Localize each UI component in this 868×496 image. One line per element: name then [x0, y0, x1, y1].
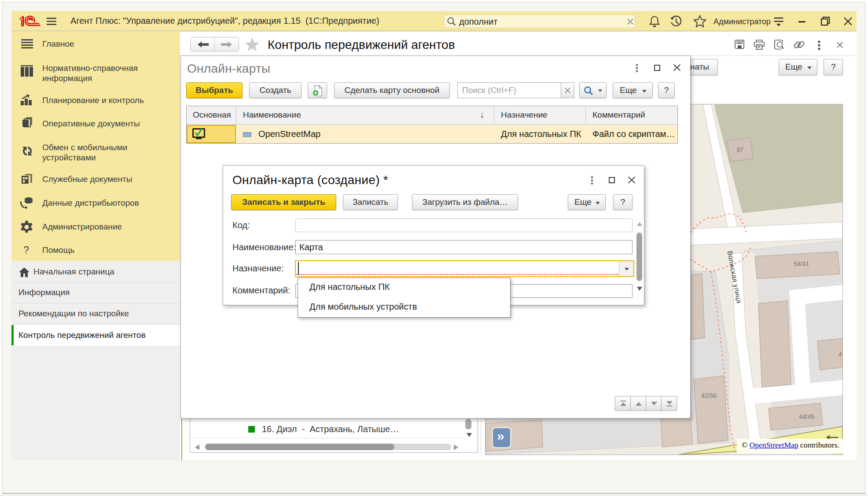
- svg-text:37: 37: [736, 146, 743, 153]
- svg-text:44/45: 44/45: [799, 413, 814, 420]
- svg-text:54/41: 54/41: [794, 260, 809, 267]
- svg-text:42/56: 42/56: [701, 392, 717, 399]
- svg-text:4: 4: [839, 351, 842, 358]
